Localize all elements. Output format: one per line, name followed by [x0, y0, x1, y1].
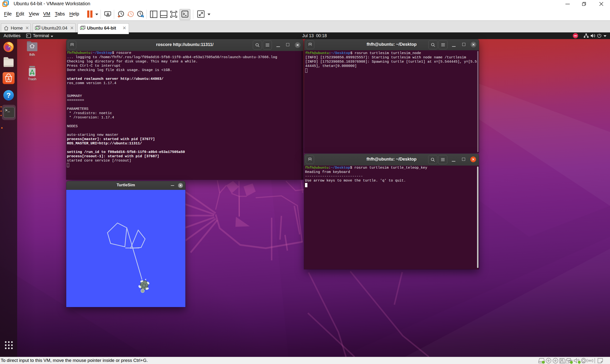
svg-text:?: ? [6, 91, 11, 99]
